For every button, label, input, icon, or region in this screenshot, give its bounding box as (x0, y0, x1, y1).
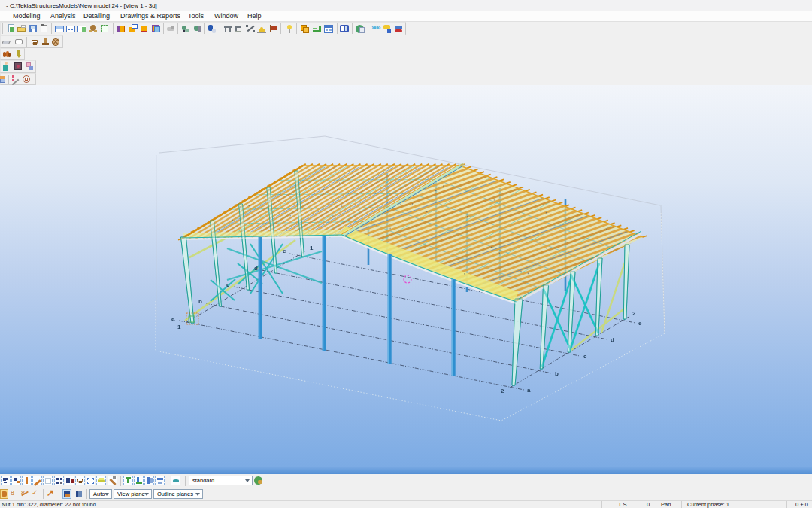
svg-text:a: a (527, 387, 531, 394)
svg-text:e: e (638, 320, 642, 327)
svg-text:d: d (254, 265, 258, 272)
svg-text:b: b (198, 298, 202, 305)
svg-text:b: b (555, 370, 559, 377)
svg-text:2: 2 (501, 388, 504, 394)
svg-text:a: a (171, 315, 175, 322)
svg-text:1: 1 (310, 245, 314, 251)
svg-text:e: e (283, 248, 286, 254)
svg-text:c: c (226, 281, 230, 288)
svg-text:1: 1 (177, 324, 181, 330)
svg-text:c: c (583, 353, 587, 360)
svg-text:2: 2 (632, 310, 636, 317)
svg-text:d: d (611, 336, 614, 343)
